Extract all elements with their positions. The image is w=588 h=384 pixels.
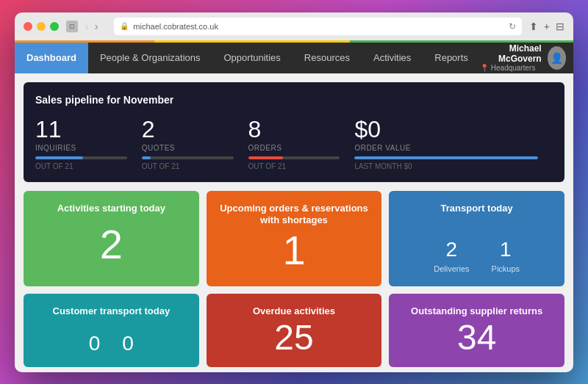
order-value-label: ORDER VALUE [354,144,538,152]
customer-transport-sub: 0 0 [35,332,187,355]
card-overdue-activities[interactable]: Overdue activities 25 [207,294,382,367]
customer-transport-sub-1: 0 [122,332,134,355]
forward-arrow[interactable]: › [93,21,100,32]
card-customer-transport[interactable]: Customer transport today 0 0 [24,294,199,367]
content-area: Sales pipeline for November 11 INQUIRIES… [15,73,573,372]
url-text: michael.cobratest.co.uk [133,22,218,31]
orders-fill [248,156,283,159]
reload-icon[interactable]: ↻ [509,21,516,32]
order-value-sub: LAST MONTH $0 [354,162,538,170]
stat-order-value: $0 ORDER VALUE LAST MONTH $0 [354,117,553,170]
customer-transport-sub-0: 0 [89,332,101,355]
inquiries-label: INQUIRIES [35,144,127,152]
quotes-sub: OUT OF 21 [142,162,234,170]
overdue-activities-number: 25 [274,320,313,355]
nav-item-resources[interactable]: Resources [293,43,362,73]
minimize-button[interactable] [37,22,46,31]
address-bar[interactable]: 🔒 michael.cobratest.co.uk ↻ [114,18,521,35]
customer-transport-num-0: 0 [89,332,101,355]
sidebar-icon[interactable]: ⊟ [556,21,564,32]
nav-item-people-orgs[interactable]: People & Organizations [88,43,212,73]
user-location: 📍 Headquarters [480,64,542,72]
location-icon: 📍 [480,64,489,72]
stat-inquiries: 11 INQUIRIES OUT OF 21 [35,117,142,170]
order-value-progress-bar [354,156,538,159]
stat-orders: 8 ORDERS OUT OF 21 [248,117,355,170]
outstanding-supplier-title: Outstanding supplier returns [411,305,542,318]
navbar: Dashboard People & Organizations Opportu… [15,43,573,73]
bottom-grid: Customer transport today 0 0 Overdue act… [24,294,564,367]
share-icon[interactable]: ⬆ [529,21,538,32]
quotes-fill [142,156,151,159]
orders-number: 8 [248,117,340,141]
nav-item-opportunities[interactable]: Opportunities [212,43,293,73]
card-outstanding-supplier[interactable]: Outstanding supplier returns 34 [389,294,564,367]
outstanding-supplier-number: 34 [457,320,496,355]
orders-sub: OUT OF 21 [248,162,340,170]
upcoming-orders-number: 1 [282,230,305,271]
nav-item-activities[interactable]: Activities [362,43,423,73]
quotes-label: QUOTES [142,144,234,152]
toolbar-right: ⬆ + ⊟ [529,21,564,32]
stat-quotes: 2 QUOTES OUT OF 21 [142,117,248,170]
transport-today-title: Transport today [441,203,513,215]
overdue-activities-title: Overdue activities [253,305,335,318]
card-upcoming-orders[interactable]: Upcoming orders & reservations with shor… [207,191,382,286]
orders-progress-bar [248,156,340,159]
new-tab-icon[interactable]: + [544,21,550,32]
titlebar: ⊡ ‹ › 🔒 michael.cobratest.co.uk ↻ ⬆ + ⊟ [15,12,573,40]
lock-icon: 🔒 [120,22,129,30]
deliveries-number: 2 [434,238,469,261]
transport-sub-items: 2 Deliveries 1 Pickups [401,238,553,275]
pipeline-card: Sales pipeline for November 11 INQUIRIES… [24,82,564,182]
traffic-lights [24,22,59,31]
user-name: Michael McGovern [480,43,542,64]
quotes-progress-bar [142,156,234,159]
back-arrow[interactable]: ‹ [84,21,90,32]
pickups-label: Pickups [492,264,520,273]
pipeline-title: Sales pipeline for November [35,94,553,106]
inquiries-fill [35,156,83,159]
customer-transport-num-1: 0 [122,332,134,355]
nav-item-reports[interactable]: Reports [423,43,480,73]
activities-today-number: 2 [100,224,123,265]
close-button[interactable] [24,22,32,31]
inquiries-sub: OUT OF 21 [35,162,127,170]
pipeline-stats: 11 INQUIRIES OUT OF 21 2 QUOTES OUT OF 2… [35,117,553,170]
inquiries-number: 11 [35,117,127,141]
user-info: Michael McGovern 📍 Headquarters 👤 [480,43,573,73]
customer-transport-title: Customer transport today [53,305,171,318]
deliveries-label: Deliveries [434,264,469,273]
upcoming-orders-title: Upcoming orders & reservations with shor… [218,203,370,228]
pickups-item: 1 Pickups [492,238,520,275]
deliveries-item: 2 Deliveries [434,238,469,275]
card-activities-today[interactable]: Activities starting today 2 [24,191,199,286]
pickups-number: 1 [492,238,520,261]
inquiries-progress-bar [35,156,127,159]
nav-item-dashboard[interactable]: Dashboard [15,43,88,73]
browser-window: ⊡ ‹ › 🔒 michael.cobratest.co.uk ↻ ⬆ + ⊟ … [15,12,573,372]
window-controls: ⊡ [66,21,78,32]
quotes-number: 2 [142,117,234,141]
tab-icon[interactable]: ⊡ [66,21,78,32]
orders-label: ORDERS [248,144,340,152]
nav-arrows: ‹ › [84,21,99,32]
avatar[interactable]: 👤 [548,46,566,70]
order-value-number: $0 [354,117,538,141]
card-transport-today[interactable]: Transport today 2 Deliveries 1 Pickups [389,191,564,286]
activities-today-title: Activities starting today [57,203,165,215]
fullscreen-button[interactable] [50,22,59,31]
dashboard-grid: Activities starting today 2 Upcoming ord… [24,191,564,286]
order-value-fill [354,156,538,159]
